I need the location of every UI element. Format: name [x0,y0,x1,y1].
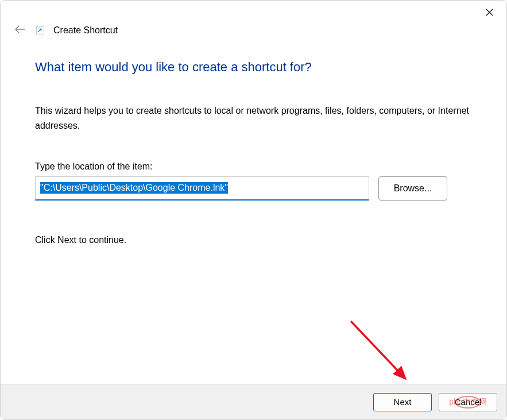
input-row: "C:\Users\Public\Desktop\Google Chrome.l… [35,176,472,201]
close-button[interactable] [479,4,500,20]
create-shortcut-dialog: Create Shortcut What item would you like… [0,0,507,420]
dialog-title: Create Shortcut [53,25,118,36]
header-row: Create Shortcut [1,24,506,43]
continue-text: Click Next to continue. [35,235,472,245]
next-button[interactable]: Next [373,393,432,411]
wizard-heading: What item would you like to create a sho… [35,60,472,75]
shortcut-icon [35,25,45,36]
location-input-value: "C:\Users\Public\Desktop\Google Chrome.l… [40,182,228,194]
dialog-footer: Next Cancel php中文网 [1,384,506,419]
content-area: What item would you like to create a sho… [1,43,506,384]
browse-button[interactable]: Browse... [378,176,447,201]
wizard-description: This wizard helps you to create shortcut… [35,103,472,134]
location-label: Type the location of the item: [35,161,472,172]
svg-rect-2 [36,26,44,34]
close-icon [486,9,493,16]
back-button[interactable] [13,24,27,37]
cancel-button[interactable]: Cancel php中文网 [439,393,497,411]
location-input[interactable]: "C:\Users\Public\Desktop\Google Chrome.l… [35,176,369,201]
cancel-button-label: Cancel [455,397,482,407]
back-arrow-icon [14,25,26,34]
title-bar [1,1,506,24]
